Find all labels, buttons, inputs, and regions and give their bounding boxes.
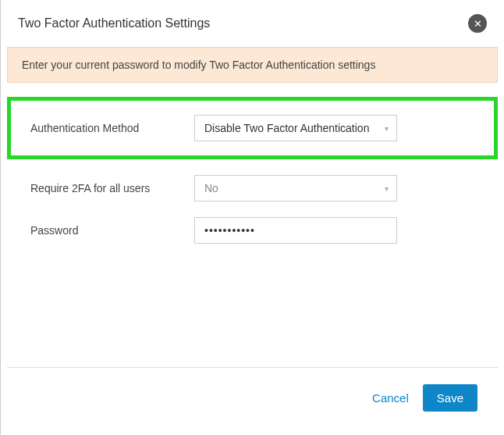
label-password: Password (30, 224, 194, 237)
row-password: Password (7, 209, 498, 251)
cancel-button[interactable]: Cancel (372, 391, 409, 405)
select-authentication-method[interactable]: Disable Two Factor Authentication ▾ (194, 115, 397, 141)
modal-header: Two Factor Authentication Settings ✕ (1, 0, 504, 47)
banner-text: Enter your current password to modify Tw… (22, 59, 375, 71)
password-input[interactable] (194, 217, 397, 244)
chevron-down-icon: ▾ (385, 184, 389, 193)
label-authentication-method: Authentication Method (30, 122, 194, 134)
row-authentication-method: Authentication Method Disable Two Factor… (7, 97, 498, 159)
select-require-2fa[interactable]: No ▾ (194, 175, 397, 201)
save-button[interactable]: Save (423, 384, 477, 412)
close-button[interactable]: ✕ (468, 14, 487, 33)
modal-footer: Cancel Save (372, 384, 477, 412)
chevron-down-icon: ▾ (385, 124, 389, 133)
page-title: Two Factor Authentication Settings (18, 16, 210, 30)
control-authentication-method: Disable Two Factor Authentication ▾ (194, 115, 397, 141)
close-icon: ✕ (474, 19, 482, 29)
info-banner: Enter your current password to modify Tw… (7, 47, 498, 83)
footer-divider (7, 367, 498, 368)
select-value: No (204, 182, 218, 194)
select-value: Disable Two Factor Authentication (204, 122, 369, 134)
label-require-2fa: Require 2FA for all users (30, 182, 194, 194)
control-require-2fa: No ▾ (194, 175, 397, 201)
row-require-2fa: Require 2FA for all users No ▾ (7, 167, 498, 209)
control-password (194, 217, 397, 244)
form-area: Authentication Method Disable Two Factor… (1, 83, 504, 251)
